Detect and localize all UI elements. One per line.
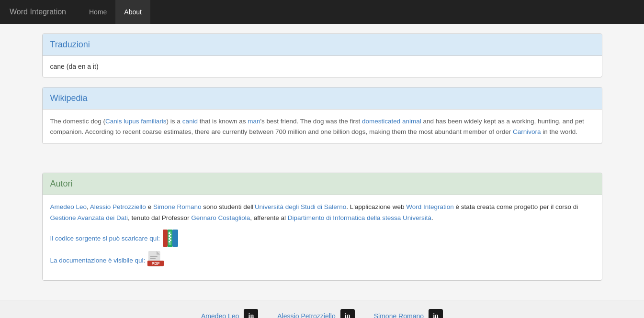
wiki-link-man[interactable]: man [248,118,260,125]
wikipedia-header: Wikipedia [43,88,602,110]
footer-name-alessio: Alessio Petrozziello [277,312,335,318]
svg-rect-6 [170,234,171,235]
linkedin-icon-amedeo[interactable]: in [244,309,258,318]
svg-rect-5 [169,232,170,234]
linkedin-icon-simone[interactable]: in [429,309,443,318]
svg-rect-8 [170,237,171,238]
source-download-link[interactable]: Il codice sorgente si può scaricare qui: [50,235,160,242]
wiki-link-canid[interactable]: canid [182,118,198,125]
footer-inner: Amedeo Leo in Alessio Petrozziello in Si… [0,309,644,318]
spacer [42,154,602,163]
traduzioni-card: Traduzioni cane (da en a it) [42,33,602,77]
svg-rect-9 [169,238,170,240]
traduzioni-body: cane (da en a it) [43,56,602,77]
svg-rect-17 [150,256,158,257]
wikipedia-body: The domestic dog (Canis lupus familiaris… [43,110,602,143]
autori-title: Autori [50,179,594,189]
autori-link-dip[interactable]: Dipartimento di Informatica della stessa… [288,214,431,221]
spacer2 [42,163,602,173]
footer-name-amedeo: Amedeo Leo [201,312,239,318]
autori-link-unisa[interactable]: Università degli Studi di Salerno [255,203,346,210]
autori-link-amedeo[interactable]: Amedeo Leo [50,203,87,210]
linkedin-icon-alessio[interactable]: in [340,309,355,318]
wiki-link-carnivora[interactable]: Carnivora [513,128,541,135]
svg-rect-18 [150,258,156,259]
svg-rect-7 [169,235,170,237]
nav-about[interactable]: About [115,0,150,24]
svg-rect-11 [169,241,170,242]
svg-rect-10 [170,240,171,241]
source-download-row: Il codice sorgente si può scaricare qui: [50,230,594,247]
autori-header: Autori [43,173,602,195]
autori-link-simone[interactable]: Simone Romano [153,203,202,210]
svg-text:PDF: PDF [152,262,160,266]
wikipedia-title: Wikipedia [50,93,594,103]
zip-icon[interactable] [162,230,179,247]
traduzioni-header: Traduzioni [43,34,602,56]
navbar-brand[interactable]: Word Integration [10,8,66,16]
nav-home[interactable]: Home [80,0,115,24]
svg-rect-1 [163,230,168,247]
autori-link-prof[interactable]: Gennaro Costagliola [191,214,250,221]
wikipedia-text: The domestic dog (Canis lupus familiaris… [50,116,594,137]
footer-name-simone: Simone Romano [374,312,424,318]
navbar: Word Integration Home About [0,0,644,24]
doc-download-link[interactable]: La documentazione è visibile qui: [50,257,146,264]
traduzioni-content: cane (da en a it) [50,63,99,70]
autori-card: Autori Amedeo Leo, Alessio Petrozziello … [42,173,602,281]
wiki-link-canis[interactable]: Canis lupus familiaris [105,118,167,125]
main-content: Traduzioni cane (da en a it) Wikipedia T… [35,24,610,300]
nav-links: Home About [80,0,150,24]
wikipedia-card: Wikipedia The domestic dog (Canis lupus … [42,87,602,144]
footer: Amedeo Leo in Alessio Petrozziello in Si… [0,300,644,318]
pdf-icon[interactable]: PDF [147,251,164,270]
doc-download-row: La documentazione è visibile qui: PDF [50,251,594,270]
traduzioni-title: Traduzioni [50,40,594,50]
svg-rect-3 [172,230,178,247]
autori-description: Amedeo Leo, Alessio Petrozziello e Simon… [50,202,594,224]
wiki-link-domesticated[interactable]: domesticated animal [362,118,421,125]
autori-body: Amedeo Leo, Alessio Petrozziello e Simon… [43,195,602,280]
autori-link-corso[interactable]: Gestione Avanzata dei Dati [50,214,128,221]
autori-link-alessio[interactable]: Alessio Petrozziello [90,203,146,210]
autori-link-wi[interactable]: Word Integration [406,203,454,210]
